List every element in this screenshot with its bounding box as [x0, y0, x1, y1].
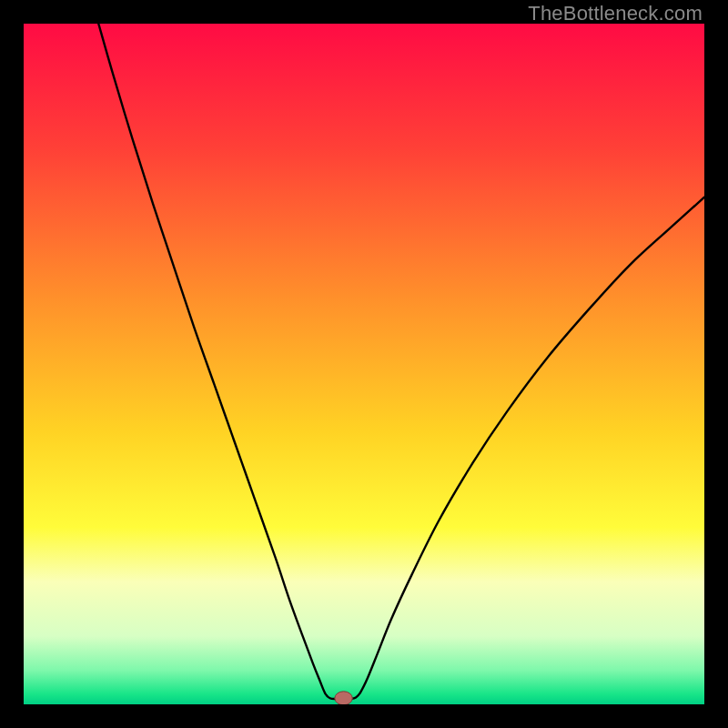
watermark-label: TheBottleneck.com: [528, 2, 703, 25]
optimal-point-marker: [335, 692, 352, 704]
chart-frame: TheBottleneck.com: [0, 0, 728, 728]
gradient-background: [24, 24, 704, 704]
plot-area: [24, 24, 704, 704]
bottleneck-chart: [24, 24, 704, 704]
